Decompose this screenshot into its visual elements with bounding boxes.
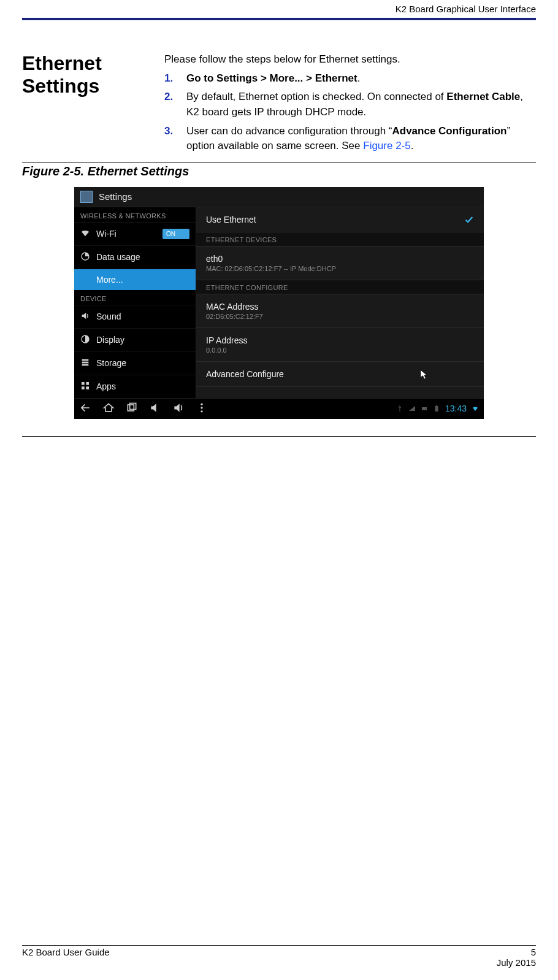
- figure-rule-top: [22, 163, 536, 163]
- step-number: 1.: [164, 71, 178, 86]
- svg-rect-16: [436, 405, 437, 406]
- sidebar-item-label: Apps: [96, 381, 116, 391]
- svg-rect-6: [86, 382, 89, 385]
- sidebar-item-wifi[interactable]: Wi-Fi ON: [74, 222, 196, 245]
- step-number: 2.: [164, 90, 178, 120]
- data-usage-icon: [80, 251, 90, 263]
- back-icon[interactable]: [79, 402, 91, 416]
- volume-up-icon[interactable]: [172, 402, 185, 416]
- figure-rule-bottom: [22, 436, 536, 437]
- step-number: 3.: [164, 124, 178, 154]
- svg-rect-15: [435, 406, 438, 412]
- sidebar-section-device: DEVICE: [74, 290, 196, 305]
- step-after-fig: .: [411, 140, 414, 151]
- intro-text: Please follow the steps below for Ethern…: [164, 52, 536, 67]
- section-title-line1: Ethernet: [22, 52, 145, 75]
- svg-rect-2: [82, 359, 89, 361]
- header-rule: [22, 18, 536, 20]
- sidebar-item-display[interactable]: Display: [74, 328, 196, 351]
- row-advanced-configure[interactable]: Advanced Configure: [196, 362, 484, 387]
- row-label: IP Address: [206, 335, 247, 345]
- row-sublabel: MAC: 02:D6:05:C2:12:F7 -- IP Mode:DHCP: [206, 265, 336, 272]
- svg-rect-9: [128, 405, 134, 411]
- wifi-toggle[interactable]: ON: [162, 229, 189, 239]
- row-label: eth0: [206, 254, 336, 264]
- running-header: K2 Board Graphical User Interface: [22, 0, 536, 15]
- settings-app-icon: [80, 191, 93, 203]
- footer-date: July 2015: [497, 957, 536, 968]
- wifi-icon: [80, 228, 90, 240]
- step-bold: Advance Configuration: [392, 125, 506, 137]
- status-battery-icon: [433, 405, 440, 412]
- row-use-ethernet[interactable]: Use Ethernet: [196, 207, 484, 232]
- svg-rect-8: [86, 386, 89, 389]
- settings-sidebar: WIRELESS & NETWORKS Wi-Fi ON: [74, 207, 196, 398]
- svg-rect-5: [82, 382, 85, 385]
- checkbox-checked-icon[interactable]: [464, 215, 474, 224]
- sidebar-section-wireless: WIRELESS & NETWORKS: [74, 207, 196, 222]
- row-label: Use Ethernet: [206, 215, 256, 224]
- status-clock: 13:43: [445, 404, 467, 413]
- row-label: Advanced Configure: [206, 369, 284, 379]
- android-titlebar: Settings: [74, 187, 484, 207]
- svg-point-12: [201, 407, 202, 408]
- svg-rect-7: [82, 386, 85, 389]
- home-icon[interactable]: [102, 402, 115, 416]
- svg-rect-10: [130, 403, 136, 409]
- mouse-cursor-icon: [420, 369, 429, 382]
- step-bold: Go to Settings > More... > Ethernet: [186, 72, 357, 84]
- row-sublabel: 02:D6:05:C2:12:F7: [206, 313, 263, 320]
- recent-apps-icon[interactable]: [126, 402, 138, 416]
- sidebar-item-label: Display: [96, 335, 124, 345]
- svg-point-13: [201, 410, 202, 412]
- svg-rect-14: [422, 407, 427, 410]
- figure-caption: Figure 2-5. Ethernet Settings: [22, 164, 536, 178]
- android-navbar: 13:43: [74, 398, 484, 419]
- sound-icon: [80, 311, 90, 323]
- row-mac-address: MAC Address 02:D6:05:C2:12:F7: [196, 294, 484, 328]
- sidebar-item-label: Storage: [96, 358, 126, 368]
- svg-rect-4: [82, 364, 89, 366]
- sidebar-item-data-usage[interactable]: Data usage: [74, 245, 196, 269]
- step-bold: Ethernet Cable: [446, 91, 520, 102]
- storage-icon: [80, 358, 90, 369]
- step-1: 1. Go to Settings > More... > Ethernet.: [164, 71, 536, 86]
- row-label: MAC Address: [206, 302, 263, 312]
- svg-point-11: [201, 403, 202, 405]
- status-wifi-icon: [472, 405, 479, 412]
- figure-ref-link[interactable]: Figure 2-5: [363, 140, 410, 151]
- step-3: 3. User can do advance configuration thr…: [164, 124, 536, 154]
- footer-page-number: 5: [497, 947, 536, 957]
- footer-left: K2 Board User Guide: [22, 947, 110, 968]
- row-eth0[interactable]: eth0 MAC: 02:D6:05:C2:12:F7 -- IP Mode:D…: [196, 247, 484, 280]
- row-sublabel: 0.0.0.0: [206, 346, 247, 354]
- step-pre: User can do advance configuration throug…: [186, 125, 392, 137]
- section-title-line2: Settings: [22, 75, 145, 98]
- status-ethernet-icon: [421, 405, 428, 412]
- display-icon: [80, 334, 90, 346]
- sidebar-item-label: Sound: [96, 312, 121, 321]
- sidebar-item-apps[interactable]: Apps: [74, 375, 196, 398]
- sidebar-item-storage[interactable]: Storage: [74, 351, 196, 375]
- status-usb-icon: [396, 405, 403, 412]
- sidebar-item-sound[interactable]: Sound: [74, 305, 196, 328]
- content-section-configure: ETHERNET CONFIGURE: [196, 280, 484, 294]
- status-signal-icon: [408, 405, 416, 412]
- content-section-devices: ETHERNET DEVICES: [196, 232, 484, 247]
- android-title: Settings: [99, 191, 132, 202]
- step-pre: By default, Ethernet option is checked. …: [186, 91, 446, 102]
- sidebar-item-label: Wi-Fi: [96, 229, 117, 239]
- android-screenshot: Settings WIRELESS & NETWORKS Wi-Fi ON: [74, 187, 484, 419]
- settings-content: Use Ethernet ETHERNET DEVICES eth0 MAC: …: [196, 207, 484, 398]
- sidebar-item-more[interactable]: More...: [74, 269, 196, 290]
- sidebar-item-label: More...: [96, 275, 123, 285]
- page-footer: K2 Board User Guide 5 July 2015: [22, 945, 536, 968]
- volume-down-icon[interactable]: [149, 402, 161, 416]
- apps-icon: [80, 381, 90, 392]
- row-ip-address: IP Address 0.0.0.0: [196, 328, 484, 362]
- menu-icon[interactable]: [196, 402, 208, 416]
- sidebar-item-label: Data usage: [96, 252, 140, 262]
- step-2: 2. By default, Ethernet option is checke…: [164, 90, 536, 120]
- step-tail: .: [357, 72, 361, 84]
- svg-rect-3: [82, 362, 89, 364]
